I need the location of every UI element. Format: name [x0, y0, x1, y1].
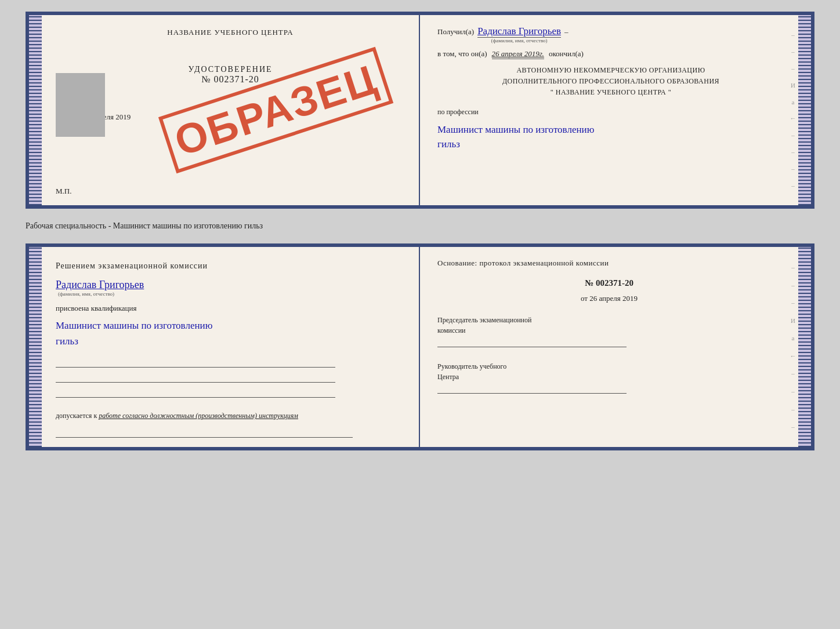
- org-name: " НАЗВАНИЕ УЧЕБНОГО ЦЕНТРА ": [437, 87, 784, 98]
- org-line2: ДОПОЛНИТЕЛЬНОГО ПРОФЕССИОНАЛЬНОГО ОБРАЗО…: [437, 76, 784, 87]
- qualification-text: Машинист машины по изготовлению гильз: [56, 318, 405, 349]
- poluchil-line: Получил(а) Радислав Григорьев (фамилия, …: [437, 26, 784, 43]
- side-mark-4: –: [791, 132, 795, 139]
- mp-line: М.П.: [56, 181, 405, 196]
- side-mark-b3: –: [791, 299, 795, 306]
- dopuskaetsya-italic: работе согласно должностным (производств…: [99, 412, 298, 420]
- side-mark-b7: –: [791, 423, 795, 430]
- cert-bottom-inner: Решением экзаменационной комиссии Радисл…: [42, 247, 798, 447]
- cert-top-left: НАЗВАНИЕ УЧЕБНОГО ЦЕНТРА УДОСТОВЕРЕНИЕ №…: [42, 15, 420, 205]
- side-mark-barrow: ←: [790, 352, 796, 359]
- fio-hint-top: (фамилия, имя, отчество): [491, 38, 547, 43]
- blank-line-1: [56, 358, 335, 368]
- left-texture-strip: [29, 15, 42, 205]
- school-name-top: НАЗВАНИЕ УЧЕБНОГО ЦЕНТРА: [56, 28, 405, 37]
- side-mark-bi: И: [791, 317, 795, 324]
- protocol-number: № 002371-20: [437, 278, 781, 288]
- side-mark-b5: –: [791, 388, 795, 395]
- udostoverenie-block: УДОСТОВЕРЕНИЕ № 002371-20: [56, 65, 405, 85]
- side-mark-ba: а: [792, 335, 795, 341]
- right-dash-col-bottom: – – – И а ← – – – –: [788, 247, 798, 447]
- osnovanie-title: Основание: протокол экзаменационной коми…: [437, 257, 781, 269]
- side-mark-1: –: [791, 31, 795, 38]
- udostoverenie-label: УДОСТОВЕРЕНИЕ: [56, 65, 405, 74]
- vydano-line: Выдано 26 апреля 2019: [56, 112, 405, 122]
- qualification-line2: гильз: [56, 336, 78, 347]
- recipient-name: Радислав Григорьев: [477, 26, 561, 38]
- side-mark-arrow: ←: [790, 115, 796, 122]
- vtom-line: в том, что он(а) 26 апреля 2019г. окончи…: [437, 49, 784, 59]
- cert-bottom-left: Решением экзаменационной комиссии Радисл…: [42, 247, 420, 447]
- org-block: АВТОНОМНУЮ НЕКОММЕРЧЕСКУЮ ОРГАНИЗАЦИЮ ДО…: [437, 65, 784, 99]
- okonchil-label: окончил(а): [549, 49, 584, 59]
- between-label: Рабочая специальность - Машинист машины …: [26, 219, 814, 233]
- side-mark-5: –: [791, 148, 795, 155]
- prisvoena-label: присвоена квалификация: [56, 304, 405, 313]
- dopuskaetsya-text: допускается к работе согласно должностны…: [56, 412, 405, 420]
- rukovoditel-label1: Руководитель учебного: [437, 361, 781, 372]
- left-texture-strip-bottom: [29, 247, 42, 447]
- side-mark-b2: –: [791, 282, 795, 289]
- predsedatel-label2: комиссии: [437, 325, 781, 336]
- side-mark-3: –: [791, 65, 795, 72]
- certificate-top: НАЗВАНИЕ УЧЕБНОГО ЦЕНТРА УДОСТОВЕРЕНИЕ №…: [26, 12, 814, 209]
- predsedatel-sig-line: [437, 338, 627, 347]
- profession-text: Машинист машины по изготовлению гильз: [437, 122, 784, 152]
- cert-top-right: Получил(а) Радислав Григорьев (фамилия, …: [420, 15, 798, 205]
- ot-date-value: 26 апреля 2019: [589, 294, 638, 303]
- blank-line-3: [56, 388, 335, 398]
- rukovoditel-label2: Центра: [437, 372, 781, 382]
- komissia-name: Радислав Григорьев: [56, 279, 144, 291]
- side-mark-7: –: [791, 182, 795, 189]
- po-professii-label: по профессии: [437, 108, 784, 117]
- dopuskaetsya-label: допускается к: [56, 412, 97, 420]
- profession-line2: гильз: [437, 139, 460, 150]
- rukovoditel-sig-line: [437, 384, 627, 394]
- resheniem-text: Решением экзаменационной комиссии: [56, 260, 405, 272]
- right-texture-strip-bottom: [798, 247, 811, 447]
- certificate-bottom: Решением экзаменационной комиссии Радисл…: [26, 243, 814, 450]
- blank-line-bottom: [56, 428, 353, 438]
- predsedatel-label1: Председатель экзаменационной: [437, 315, 781, 325]
- ot-date: от 26 апреля 2019: [437, 294, 781, 303]
- komissia-hint: (фамилия, имя, отчество): [58, 291, 114, 297]
- qualification-line1: Машинист машины по изготовлению: [56, 320, 212, 331]
- org-line1: АВТОНОМНУЮ НЕКОММЕРЧЕСКУЮ ОРГАНИЗАЦИЮ: [437, 65, 784, 76]
- cert-bottom-right: Основание: протокол экзаменационной коми…: [420, 247, 798, 447]
- cert-top-inner: НАЗВАНИЕ УЧЕБНОГО ЦЕНТРА УДОСТОВЕРЕНИЕ №…: [42, 15, 798, 205]
- rukovoditel-block: Руководитель учебного Центра: [437, 361, 781, 394]
- side-mark-2: –: [791, 48, 795, 55]
- side-mark-b6: –: [791, 406, 795, 413]
- udostoverenie-number: № 002371-20: [56, 74, 405, 85]
- predsedatel-block: Председатель экзаменационной комиссии: [437, 315, 781, 347]
- side-mark-b1: –: [791, 264, 795, 271]
- profession-line1: Машинист машины по изготовлению: [437, 124, 594, 135]
- ot-label: от: [581, 294, 588, 303]
- side-mark-6: –: [791, 165, 795, 172]
- blank-line-2: [56, 373, 335, 383]
- bottom-underlines-left: [56, 358, 405, 398]
- dash-symbol: –: [564, 27, 569, 37]
- side-mark-i: И: [791, 82, 795, 89]
- vtom-date: 26 апреля 2019г.: [492, 49, 544, 59]
- vtom-label: в том, что он(а): [437, 49, 487, 59]
- right-texture-strip-top: [798, 15, 811, 205]
- photo-placeholder: [56, 73, 105, 137]
- side-mark-b4: –: [791, 370, 795, 377]
- side-mark-a: а: [792, 99, 795, 106]
- poluchil-label: Получил(а): [437, 27, 474, 37]
- right-dash-col-top: – – – И а ← – – – –: [788, 15, 798, 205]
